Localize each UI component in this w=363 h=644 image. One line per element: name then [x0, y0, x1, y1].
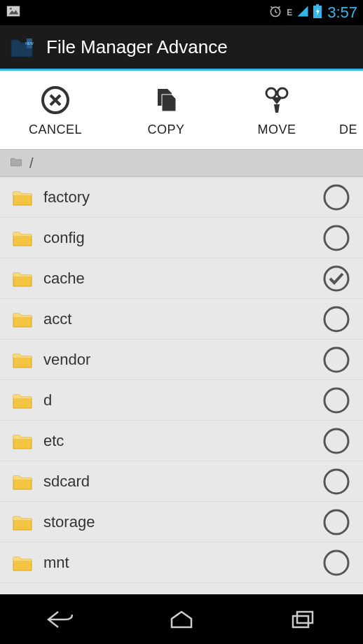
file-row[interactable]: etc: [0, 421, 363, 461]
file-row[interactable]: cache: [0, 258, 363, 299]
file-row[interactable]: acct: [0, 299, 363, 340]
file-name: factory: [43, 188, 313, 206]
copy-icon: [151, 83, 182, 117]
clock-time: 3:57: [327, 4, 357, 22]
recent-apps-button[interactable]: [282, 607, 324, 632]
file-row[interactable]: storage: [0, 502, 363, 542]
cancel-label: CANCEL: [29, 122, 82, 137]
move-icon: [261, 83, 292, 117]
copy-label: COPY: [147, 122, 184, 137]
network-edge-label: E: [287, 8, 292, 18]
svg-rect-24: [297, 612, 313, 623]
file-row[interactable]: config: [0, 218, 363, 258]
checkbox[interactable]: [322, 183, 350, 211]
file-name: d: [43, 391, 313, 410]
navigation-bar: [0, 595, 363, 644]
battery-icon: [313, 4, 322, 22]
file-list[interactable]: factory config cache: [0, 177, 363, 594]
folder-icon: [11, 267, 34, 290]
file-row[interactable]: sdcard: [0, 461, 363, 502]
page-title: File Manager Advance: [46, 36, 228, 58]
svg-point-22: [324, 551, 348, 575]
file-name: storage: [43, 513, 313, 531]
folder-icon: [11, 308, 34, 330]
folder-icon: [11, 227, 34, 249]
delete-label: DE: [339, 122, 357, 137]
copy-button[interactable]: COPY: [111, 71, 221, 149]
titlebar: NEW File Manager Advance: [0, 25, 363, 69]
file-row[interactable]: factory: [0, 177, 363, 218]
back-button[interactable]: [39, 607, 81, 632]
svg-point-18: [324, 388, 348, 412]
breadcrumb-path: /: [29, 155, 34, 172]
folder-icon: [11, 349, 34, 371]
checkbox[interactable]: [322, 346, 350, 374]
app-icon: NEW: [7, 31, 38, 62]
alarm-icon: [268, 4, 282, 22]
folder-icon: [11, 389, 34, 412]
move-button[interactable]: MOVE: [221, 71, 332, 149]
file-name: cache: [43, 270, 313, 288]
svg-point-2: [10, 7, 12, 9]
checkbox[interactable]: [322, 224, 350, 252]
svg-point-14: [324, 226, 348, 250]
breadcrumb[interactable]: /: [0, 149, 363, 177]
checkbox[interactable]: [322, 468, 350, 496]
svg-rect-6: [316, 4, 319, 6]
svg-point-19: [324, 429, 348, 453]
action-toolbar: CANCEL COPY MOVE DE: [0, 71, 363, 149]
checkbox[interactable]: [322, 508, 350, 536]
file-name: mnt: [43, 554, 313, 572]
folder-icon: [11, 470, 34, 493]
svg-rect-0: [7, 6, 20, 16]
cancel-button[interactable]: CANCEL: [0, 71, 111, 149]
checkbox[interactable]: [322, 305, 350, 333]
svg-point-17: [324, 348, 348, 372]
delete-icon: [339, 83, 346, 117]
folder-icon: [11, 511, 34, 533]
delete-button[interactable]: DE: [332, 71, 363, 149]
checkbox[interactable]: [322, 427, 350, 455]
cancel-icon: [40, 83, 71, 117]
folder-icon: [11, 186, 34, 209]
svg-point-11: [266, 88, 276, 98]
svg-point-16: [324, 307, 348, 331]
file-name: sdcard: [43, 472, 313, 491]
folder-icon: [11, 552, 34, 574]
home-button[interactable]: [160, 607, 203, 632]
file-row[interactable]: mnt: [0, 542, 363, 583]
svg-point-12: [278, 88, 287, 98]
picture-icon: [6, 4, 21, 22]
svg-point-13: [324, 186, 348, 209]
move-label: MOVE: [257, 122, 296, 137]
file-row[interactable]: vendor: [0, 340, 363, 380]
file-name: acct: [43, 310, 313, 328]
checkbox[interactable]: [322, 549, 350, 577]
signal-icon: [296, 5, 309, 21]
folder-icon: [11, 430, 34, 452]
file-name: etc: [43, 432, 313, 450]
status-bar: E 3:57: [0, 0, 363, 25]
checkbox[interactable]: [322, 265, 350, 293]
svg-text:NEW: NEW: [25, 41, 34, 46]
checkbox[interactable]: [322, 386, 350, 414]
file-row[interactable]: d: [0, 380, 363, 421]
svg-point-21: [324, 510, 348, 534]
file-name: vendor: [43, 351, 313, 369]
svg-point-20: [324, 470, 348, 493]
svg-marker-4: [298, 6, 308, 16]
folder-small-icon: [10, 155, 22, 172]
svg-rect-23: [293, 616, 308, 627]
file-name: config: [43, 229, 313, 247]
